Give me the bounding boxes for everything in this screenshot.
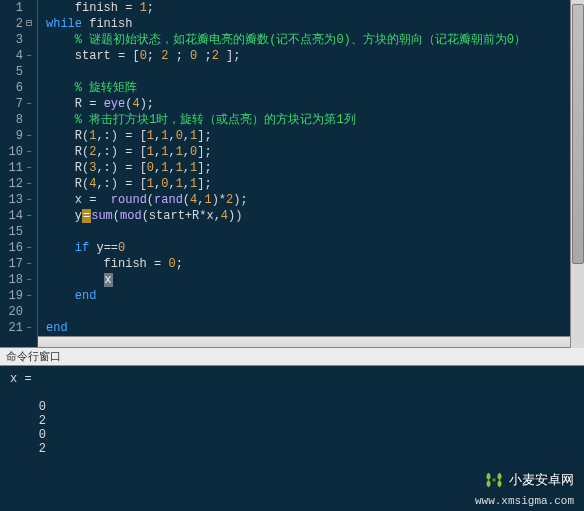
token-op: = [: [118, 49, 140, 63]
code-editor-pane: 1 2⊟3 4–5 6 7–8 9–10–11–12–13–14–15 16–1…: [0, 0, 584, 348]
token-kw: if: [75, 241, 89, 255]
line-number: 13: [3, 192, 23, 208]
fold-guide-icon[interactable]: –: [23, 48, 35, 64]
fold-guide-icon[interactable]: –: [23, 320, 35, 336]
token-ylw: =: [82, 209, 91, 223]
fold-guide-icon[interactable]: –: [23, 128, 35, 144]
token-op: ;: [147, 49, 161, 63]
gutter-row: 16–: [0, 240, 35, 256]
code-line[interactable]: R(1,:) = [1,1,0,1];: [46, 128, 584, 144]
gutter-row: 20: [0, 304, 35, 320]
line-number: 15: [3, 224, 23, 240]
token-id: finish: [82, 17, 132, 31]
token-op: =: [125, 1, 139, 15]
code-line[interactable]: finish = 0;: [46, 256, 584, 272]
token-num: 4: [132, 97, 139, 111]
fold-guide-icon[interactable]: –: [23, 96, 35, 112]
gutter-row: 3: [0, 32, 35, 48]
line-number: 6: [3, 80, 23, 96]
gutter-row: 8: [0, 112, 35, 128]
token-op: =: [154, 257, 168, 271]
token-num: 4: [221, 209, 228, 223]
line-number: 7: [3, 96, 23, 112]
token-num: 1: [147, 177, 154, 191]
fold-guide-icon[interactable]: –: [23, 256, 35, 272]
gutter-row: 11–: [0, 160, 35, 176]
line-number: 20: [3, 304, 23, 320]
fold-guide-icon[interactable]: –: [23, 240, 35, 256]
fold-guide-icon[interactable]: –: [23, 192, 35, 208]
token-op: ;: [176, 257, 183, 271]
token-fn: rand: [154, 193, 183, 207]
code-line[interactable]: % 旋转矩阵: [46, 80, 584, 96]
gutter-row: 21–: [0, 320, 35, 336]
token-id: [46, 241, 75, 255]
code-line[interactable]: finish = 1;: [46, 0, 584, 16]
token-id: R(: [46, 129, 89, 143]
vertical-scrollbar[interactable]: [570, 0, 584, 348]
code-line[interactable]: if y==0: [46, 240, 584, 256]
token-op: ,:) = [: [96, 145, 146, 159]
token-op: (start+R*x,: [142, 209, 221, 223]
code-line[interactable]: R(3,:) = [0,1,1,1];: [46, 160, 584, 176]
gutter-row: 7–: [0, 96, 35, 112]
code-line[interactable]: R(2,:) = [1,1,1,0];: [46, 144, 584, 160]
token-num: 1: [147, 129, 154, 143]
token-num: 0: [140, 49, 147, 63]
line-number: 17: [3, 256, 23, 272]
token-op: ,: [168, 177, 175, 191]
gutter-row: 15: [0, 224, 35, 240]
token-op: ];: [197, 161, 211, 175]
fold-guide-icon[interactable]: –: [23, 160, 35, 176]
code-line[interactable]: end: [46, 288, 584, 304]
token-fn: sum: [91, 209, 113, 223]
token-id: finish: [46, 1, 125, 15]
code-line[interactable]: start = [0; 2 ; 0 ;2 ];: [46, 48, 584, 64]
code-line[interactable]: % 将击打方块1时，旋转（或点亮）的方块记为第1列: [46, 112, 584, 128]
gutter-row: 9–: [0, 128, 35, 144]
code-line[interactable]: end: [46, 320, 584, 336]
fold-guide-icon[interactable]: –: [23, 144, 35, 160]
token-num: 1: [176, 161, 183, 175]
token-op: ,: [168, 129, 175, 143]
gutter-row: 13–: [0, 192, 35, 208]
gutter-row: 14–: [0, 208, 35, 224]
token-op: ];: [219, 49, 241, 63]
code-line[interactable]: % 谜题初始状态，如花瓣电亮的瓣数(记不点亮为0)、方块的朝向（记花瓣朝前为0）: [46, 32, 584, 48]
gutter-row: 10–: [0, 144, 35, 160]
line-number: 16: [3, 240, 23, 256]
fold-guide-icon[interactable]: –: [23, 288, 35, 304]
fold-toggle-icon[interactable]: ⊟: [23, 18, 35, 30]
code-line[interactable]: R = eye(4);: [46, 96, 584, 112]
token-op: ,: [168, 161, 175, 175]
code-line[interactable]: R(4,:) = [1,0,1,1];: [46, 176, 584, 192]
line-number: 1: [3, 0, 23, 16]
token-cm: % 旋转矩阵: [46, 81, 137, 95]
token-id: R(: [46, 177, 89, 191]
code-area[interactable]: finish = 1;while finish % 谜题初始状态，如花瓣电亮的瓣…: [38, 0, 584, 347]
scrollbar-thumb[interactable]: [572, 4, 584, 264]
token-id: R(: [46, 145, 89, 159]
gutter-row: 5: [0, 64, 35, 80]
token-op: ];: [197, 177, 211, 191]
code-line[interactable]: while finish: [46, 16, 584, 32]
fold-guide-icon[interactable]: –: [23, 208, 35, 224]
fold-guide-icon[interactable]: –: [23, 272, 35, 288]
line-number: 12: [3, 176, 23, 192]
code-line[interactable]: [46, 304, 584, 320]
code-line[interactable]: x: [46, 272, 584, 288]
token-op: ,: [183, 161, 190, 175]
code-line[interactable]: x = round(rand(4,1)*2);: [46, 192, 584, 208]
line-number-gutter: 1 2⊟3 4–5 6 7–8 9–10–11–12–13–14–15 16–1…: [0, 0, 38, 347]
fold-guide-icon[interactable]: –: [23, 176, 35, 192]
code-line[interactable]: [46, 64, 584, 80]
code-line[interactable]: [46, 224, 584, 240]
line-number: 4: [3, 48, 23, 64]
token-op: ,: [183, 145, 190, 159]
gutter-row: 6: [0, 80, 35, 96]
code-line[interactable]: y=sum(mod(start+R*x,4)): [46, 208, 584, 224]
console-output[interactable]: x = 0 2 0 2: [0, 366, 584, 511]
line-number: 11: [3, 160, 23, 176]
gutter-row: 18–: [0, 272, 35, 288]
token-op: );: [233, 193, 247, 207]
